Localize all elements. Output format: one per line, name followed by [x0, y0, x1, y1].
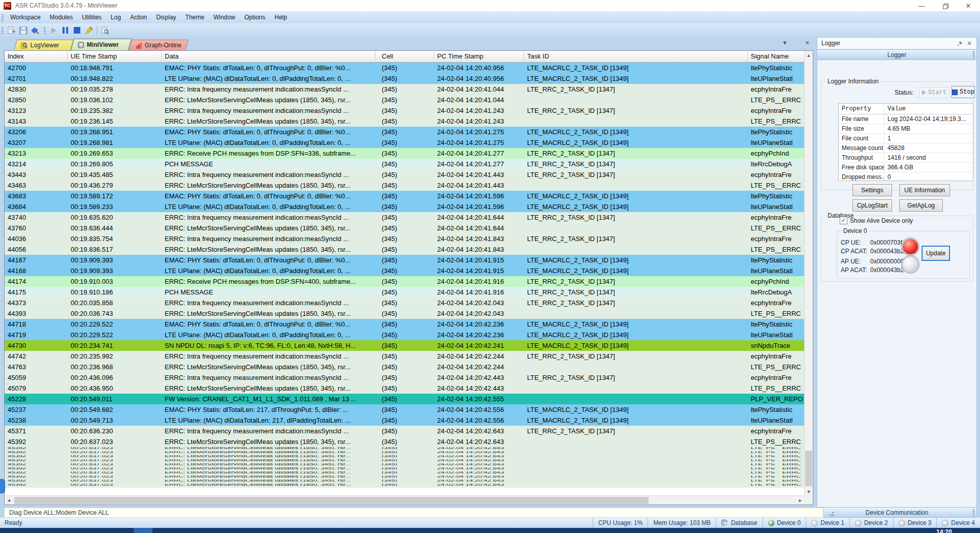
table-row[interactable]: 4539200:20.637.023ERRC: LteMcrStoreServi… — [5, 459, 813, 463]
horizontal-scroll-thumb[interactable] — [14, 497, 649, 504]
save-icon[interactable] — [17, 25, 29, 36]
table-row[interactable]: 4476300:20.236.968ERRC: LteMcrStoreServi… — [5, 362, 813, 372]
table-row[interactable]: 4314300:19.236.145ERRC: LteMcrStoreServi… — [5, 116, 813, 127]
table-row[interactable]: 4505900:20.436.096ERRC: Intra frequency … — [5, 372, 813, 383]
getaplog-button[interactable]: GetApLog — [899, 199, 943, 212]
menu-item-workspace[interactable]: Workspace — [6, 12, 45, 23]
menu-item-window[interactable]: Window — [209, 12, 240, 23]
status-device-2[interactable]: Device 2 — [849, 518, 893, 528]
panel-close-icon[interactable]: ✕ — [965, 40, 973, 47]
log-search-icon[interactable] — [99, 25, 111, 36]
column-header-index[interactable]: Index — [5, 51, 68, 62]
table-row[interactable]: 4539200:20.637.023ERRC: LteMcrStoreServi… — [5, 451, 813, 455]
stop-icon[interactable] — [71, 25, 83, 36]
logger-caption-bar[interactable]: Logger — [817, 49, 976, 60]
pause-icon[interactable] — [59, 25, 71, 36]
tab-logviewer[interactable]: LogViewer — [14, 40, 74, 50]
table-row[interactable]: 4471900:20.229.522LTE UPlane: (MAC) dlDa… — [5, 330, 813, 340]
minimize-button[interactable]: — — [910, 0, 933, 11]
table-row[interactable]: 4473000:20.234.741SN NPDU DL: nsapi 5, I… — [5, 340, 813, 351]
table-row[interactable]: 4539200:20.637.023ERRC: LteMcrStoreServi… — [5, 436, 813, 447]
table-row[interactable]: 4417500:19.910.186PCH MESSAGE(345)24-02-… — [5, 287, 813, 298]
play-icon[interactable] — [48, 25, 59, 36]
tab-list-dropdown-icon[interactable]: ▼ — [781, 40, 789, 46]
table-row[interactable]: 4507900:20.436.950ERRC: LteMcrStoreServi… — [5, 383, 813, 394]
pin-icon[interactable] — [957, 41, 965, 46]
device-communication-bar[interactable]: Device Communication — [817, 507, 976, 518]
table-row[interactable]: 4283000:19.035.278ERRC: Intra frequency … — [5, 84, 813, 95]
navigate-icon[interactable] — [29, 25, 41, 36]
menu-item-utilities[interactable]: Utilities — [77, 12, 106, 23]
table-row[interactable]: 4471800:20.229.522EMAC: PHY Statis: dlTo… — [5, 319, 813, 330]
stop-button[interactable]: Stop — [952, 86, 975, 98]
table-row[interactable]: 4539200:20.637.023ERRC: LteMcrStoreServi… — [5, 467, 813, 471]
menu-item-options[interactable]: Options — [240, 12, 270, 23]
column-header-task-id[interactable]: Task ID — [524, 51, 748, 62]
table-row[interactable]: 4539200:20.637.023ERRC: LteMcrStoreServi… — [5, 480, 813, 484]
table-row[interactable]: 4321400:19.269.805PCH MESSAGE(345)24-02-… — [5, 159, 813, 169]
menu-item-help[interactable]: Help — [270, 12, 292, 23]
status-device-1[interactable]: Device 1 — [806, 518, 849, 528]
menu-item-modules[interactable]: Modules — [45, 12, 77, 23]
status-device-0[interactable]: Device 0 — [762, 518, 806, 528]
table-row[interactable]: 4539200:20.637.023ERRC: LteMcrStoreServi… — [5, 455, 813, 459]
tab-graph-online[interactable]: Graph-Online — [129, 40, 189, 50]
cplogstart-button[interactable]: CpLogStart — [852, 199, 892, 212]
table-row[interactable]: 4374000:19.635.620ERRC: Intra frequency … — [5, 212, 813, 223]
database-status[interactable]: Database — [716, 518, 762, 528]
table-row[interactable]: 4539200:20.637.023ERRC: LteMcrStoreServi… — [5, 463, 813, 467]
menu-item-action[interactable]: Action — [126, 12, 151, 23]
table-row[interactable]: 4474200:20.235.992ERRC: Intra frequency … — [5, 351, 813, 362]
table-row[interactable]: 4537100:20.636.230ERRC: Intra frequency … — [5, 426, 813, 436]
table-row[interactable]: 4523800:20.549.713LTE UPlane: (MAC) dlDa… — [5, 415, 813, 426]
status-device-4[interactable]: Device 4 — [936, 518, 980, 528]
column-header-pc-time-stamp[interactable]: PC Time Stamp — [434, 51, 524, 62]
column-header-data[interactable]: Data — [162, 51, 376, 62]
column-header-ue-time-stamp[interactable]: UE Time Stamp — [68, 51, 162, 62]
table-row[interactable]: 4539200:20.637.023ERRC: LteMcrStoreServi… — [5, 471, 813, 476]
scroll-right-icon[interactable]: ► — [796, 496, 805, 505]
start-button[interactable]: Start — [919, 87, 950, 98]
table-row[interactable]: 4403600:19.835.754ERRC: Intra frequency … — [5, 233, 813, 244]
table-row[interactable]: 4439300:20.036.743ERRC: LteMcrStoreServi… — [5, 308, 813, 319]
table-row[interactable]: 4522800:20.549.011FW Version: CRANEL_CAT… — [5, 394, 813, 404]
table-row[interactable]: 4368300:19.589.172EMAC: PHY Statis: dlTo… — [5, 191, 813, 201]
table-row[interactable]: 4539200:20.637.023ERRC: LteMcrStoreServi… — [5, 447, 813, 451]
table-row[interactable]: 4270100:18.948.822LTE UPlane: (MAC) dlDa… — [5, 73, 813, 84]
tab-miniviewer[interactable]: MiniViewer — [71, 39, 132, 50]
table-row[interactable]: 4320600:19.268.951EMAC: PHY Statis: dlTo… — [5, 127, 813, 137]
table-row[interactable]: 4344300:19.435.485ERRC: Intra frequency … — [5, 169, 813, 180]
menu-item-theme[interactable]: Theme — [181, 12, 209, 23]
resize-grip[interactable] — [828, 511, 835, 517]
table-row[interactable]: 4539200:20.637.023ERRC: LteMcrStoreServi… — [5, 484, 813, 488]
table-row[interactable]: 4346300:19.436.279ERRC: LteMcrStoreServi… — [5, 180, 813, 191]
table-row[interactable]: 4285000:19.036.102ERRC: LteMcrStoreServi… — [5, 95, 813, 105]
scroll-left-icon[interactable]: ◄ — [5, 496, 13, 505]
scroll-down-icon[interactable]: ▼ — [805, 487, 813, 496]
table-row[interactable]: 4368400:19.589.233LTE UPlane: (MAC) dlDa… — [5, 201, 813, 212]
status-device-3[interactable]: Device 3 — [893, 518, 937, 528]
settings-button[interactable]: Settings — [852, 184, 892, 196]
table-row[interactable]: 4312300:19.235.382ERRC: Intra frequency … — [5, 105, 813, 116]
table-row[interactable]: 4376000:19.636.444ERRC: LteMcrStoreServi… — [5, 223, 813, 233]
table-row[interactable]: 4405600:19.836.517ERRC: LteMcrStoreServi… — [5, 244, 813, 255]
restore-button[interactable] — [933, 0, 957, 11]
table-row[interactable]: 4416700:19.909.393EMAC: PHY Statis: dlTo… — [5, 255, 813, 265]
ue-information-button[interactable]: UE Information — [899, 184, 950, 196]
scroll-up-icon[interactable]: ▲ — [805, 51, 813, 60]
horizontal-scrollbar[interactable]: ◄ ► — [5, 495, 805, 505]
toolbar-grip[interactable] — [2, 27, 4, 34]
table-row[interactable]: 4416800:19.909.393LTE UPlane: (MAC) dlDa… — [5, 265, 813, 276]
column-header-signal-name[interactable]: Signal Name — [748, 51, 813, 62]
show-alive-device-checkbox[interactable]: ✓ — [840, 217, 847, 224]
open-log-icon[interactable] — [6, 25, 17, 36]
toolbar-grip[interactable] — [44, 27, 46, 34]
table-header[interactable]: IndexUE Time StampDataCellPC Time StampT… — [5, 51, 813, 63]
update-button[interactable]: Update — [922, 246, 950, 261]
menu-item-display[interactable]: Display — [151, 12, 180, 23]
close-button[interactable]: ✕ — [957, 0, 980, 11]
table-row[interactable]: 4320700:19.268.981LTE UPlane: (MAC) dlDa… — [5, 137, 813, 148]
toolbar-grip[interactable] — [2, 14, 4, 21]
table-row[interactable]: 4270000:18.948.791EMAC: PHY Statis: dlTo… — [5, 63, 813, 73]
column-header-cell[interactable]: Cell — [376, 51, 434, 62]
